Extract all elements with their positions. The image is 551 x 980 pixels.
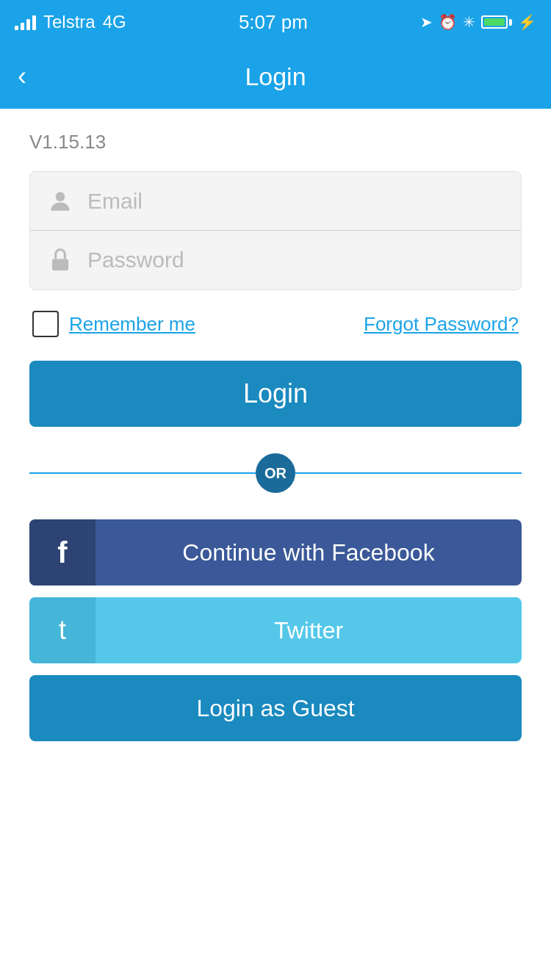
lock-icon bbox=[45, 245, 76, 275]
status-icons: ➤ ⏰ ✳ ⚡ bbox=[420, 13, 536, 31]
facebook-icon-box: f bbox=[29, 519, 96, 586]
twitter-icon: t bbox=[59, 615, 66, 646]
options-row: Remember me Forgot Password? bbox=[29, 311, 522, 337]
bluetooth-icon: ✳ bbox=[463, 13, 475, 31]
or-line-right bbox=[295, 472, 522, 474]
network-label: 4G bbox=[103, 12, 126, 32]
forgot-password-link[interactable]: Forgot Password? bbox=[364, 313, 519, 336]
person-svg bbox=[46, 187, 74, 215]
version-label: V1.15.13 bbox=[29, 131, 522, 154]
battery-icon bbox=[481, 15, 512, 29]
or-divider: OR bbox=[29, 453, 522, 493]
status-left: Telstra 4G bbox=[15, 12, 126, 32]
time-label: 5:07 pm bbox=[239, 11, 308, 34]
charging-icon: ⚡ bbox=[518, 13, 536, 31]
svg-rect-1 bbox=[52, 259, 68, 270]
svg-point-0 bbox=[56, 192, 65, 201]
lock-svg bbox=[46, 246, 74, 274]
or-line-left bbox=[29, 472, 256, 474]
facebook-login-button[interactable]: f Continue with Facebook bbox=[29, 519, 522, 586]
or-label: OR bbox=[256, 453, 295, 493]
facebook-label: Continue with Facebook bbox=[96, 539, 522, 566]
remember-label[interactable]: Remember me bbox=[69, 313, 195, 336]
password-row bbox=[30, 231, 521, 289]
password-input[interactable] bbox=[87, 248, 506, 273]
main-content: V1.15.13 Remember me bbox=[0, 109, 551, 775]
twitter-label: Twitter bbox=[96, 617, 522, 644]
remember-checkbox[interactable] bbox=[32, 311, 59, 337]
location-icon: ➤ bbox=[420, 13, 433, 31]
login-form bbox=[29, 171, 522, 290]
facebook-icon: f bbox=[57, 536, 67, 569]
twitter-login-button[interactable]: t Twitter bbox=[29, 597, 522, 663]
remember-section: Remember me bbox=[32, 311, 195, 337]
header: ‹ Login bbox=[0, 44, 551, 109]
carrier-label: Telstra bbox=[43, 12, 96, 32]
guest-label: Login as Guest bbox=[29, 695, 522, 722]
email-row bbox=[30, 172, 521, 231]
login-button[interactable]: Login bbox=[29, 361, 522, 427]
status-bar: Telstra 4G 5:07 pm ➤ ⏰ ✳ ⚡ bbox=[0, 0, 551, 44]
person-icon bbox=[45, 186, 76, 217]
signal-icon bbox=[15, 14, 36, 30]
back-button[interactable]: ‹ bbox=[18, 63, 26, 90]
email-input[interactable] bbox=[87, 189, 506, 214]
twitter-icon-box: t bbox=[29, 597, 96, 663]
alarm-icon: ⏰ bbox=[439, 13, 457, 31]
guest-login-button[interactable]: Login as Guest bbox=[29, 675, 522, 741]
page-title: Login bbox=[245, 62, 306, 91]
